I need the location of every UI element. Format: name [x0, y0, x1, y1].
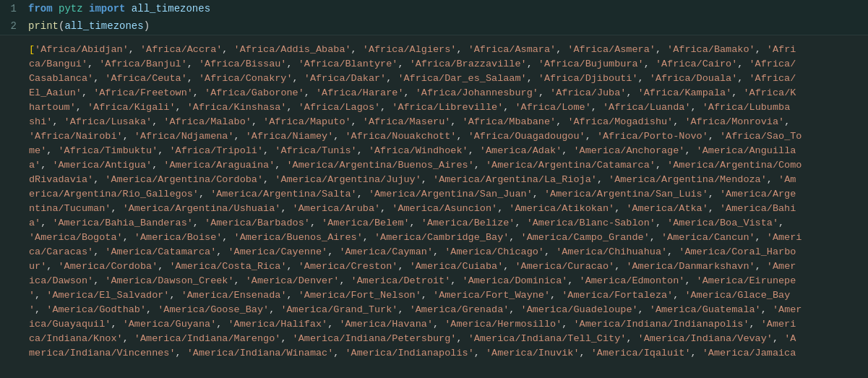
editor-container: 1 from pytz import all_timezones 2 print…	[0, 0, 868, 378]
bracket-open: [	[29, 44, 35, 55]
line-content-2: print(all_timezones)	[25, 18, 868, 34]
line-number-1: 1	[0, 1, 25, 17]
keyword-from: from	[28, 3, 53, 14]
keyword-import: import	[89, 3, 125, 14]
output-text: ['Africa/Abidjan', 'Africa/Accra', 'Afri…	[0, 41, 868, 362]
output-section: ['Africa/Abidjan', 'Africa/Accra', 'Afri…	[0, 35, 868, 378]
tz-entry: 'Africa/Abidjan'	[35, 44, 129, 55]
identifier-all-timezones: all_timezones	[132, 3, 210, 14]
line-content-1: from pytz import all_timezones	[25, 1, 868, 17]
identifier-all-timezones-2: all_timezones	[64, 20, 143, 32]
code-line-2: 2 print(all_timezones)	[0, 17, 868, 35]
code-section: 1 from pytz import all_timezones 2 print…	[0, 0, 868, 35]
line-number-2: 2	[0, 18, 25, 34]
module-pytz: pytz	[59, 3, 83, 14]
code-line-1: 1 from pytz import all_timezones	[0, 0, 868, 17]
keyword-print: print	[28, 20, 59, 32]
punc-close: )	[144, 20, 150, 32]
